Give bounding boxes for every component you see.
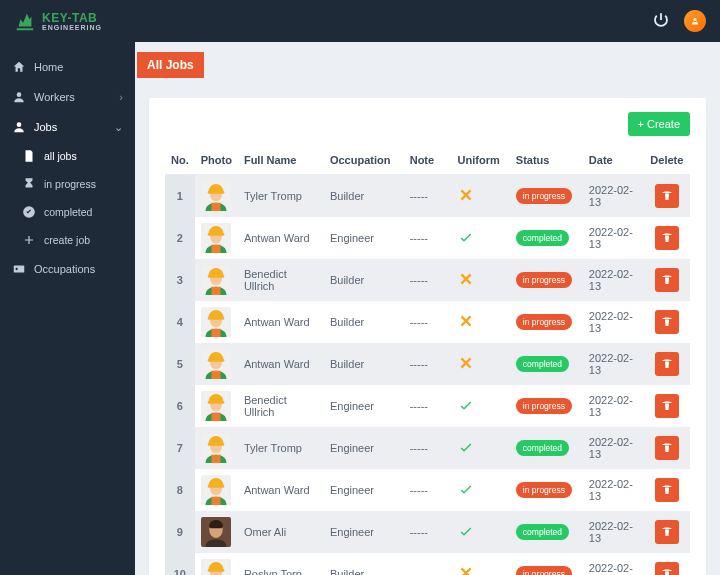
logo[interactable]: KEY-TAB ENGINEERING	[14, 10, 102, 32]
row-note: -----	[404, 259, 452, 301]
nav-create-job[interactable]: create job	[10, 226, 135, 254]
row-date: 2022-02-13	[583, 301, 644, 343]
row-uniform	[452, 469, 510, 511]
table-row: 5Antwan WardBuilder-----completed2022-02…	[165, 343, 690, 385]
user-avatar[interactable]	[684, 10, 706, 32]
row-uniform	[452, 217, 510, 259]
delete-button[interactable]	[655, 436, 679, 460]
trash-icon	[661, 358, 673, 370]
row-status: in progress	[510, 259, 583, 301]
row-name: Tyler Tromp	[238, 427, 324, 469]
row-name: Benedict Ullrich	[238, 259, 324, 301]
row-number: 2	[165, 217, 195, 259]
trash-icon	[661, 568, 673, 575]
row-photo	[195, 511, 238, 553]
th-date: Date	[583, 146, 644, 175]
delete-button[interactable]	[655, 352, 679, 376]
topbar: KEY-TAB ENGINEERING	[0, 0, 720, 42]
row-occupation: Builder	[324, 343, 404, 385]
delete-button[interactable]	[655, 268, 679, 292]
jobs-table: No. Photo Full Name Occupation Note Unif…	[165, 146, 690, 575]
row-note: -----	[404, 553, 452, 575]
cross-icon	[458, 313, 474, 329]
delete-button[interactable]	[655, 394, 679, 418]
row-uniform	[452, 343, 510, 385]
table-row: 4Antwan WardBuilder-----in progress2022-…	[165, 301, 690, 343]
row-uniform	[452, 553, 510, 575]
nav-in-progress[interactable]: in progress	[10, 170, 135, 198]
th-occ: Occupation	[324, 146, 404, 175]
status-badge: in progress	[516, 398, 572, 414]
status-badge: in progress	[516, 482, 572, 498]
row-occupation: Engineer	[324, 511, 404, 553]
create-button[interactable]: + Create	[628, 112, 691, 136]
row-date: 2022-02-13	[583, 427, 644, 469]
create-button-label: + Create	[638, 118, 681, 130]
row-number: 10	[165, 553, 195, 575]
row-photo	[195, 343, 238, 385]
svg-rect-4	[14, 266, 25, 273]
trash-icon	[661, 400, 673, 412]
row-date: 2022-02-13	[583, 343, 644, 385]
row-uniform	[452, 385, 510, 427]
power-icon[interactable]	[652, 11, 670, 32]
nav-occupations[interactable]: Occupations	[0, 254, 135, 284]
row-photo	[195, 385, 238, 427]
row-photo	[195, 427, 238, 469]
delete-button[interactable]	[655, 310, 679, 334]
row-photo	[195, 217, 238, 259]
check-icon	[458, 229, 474, 245]
table-row: 7Tyler TrompEngineer-----completed2022-0…	[165, 427, 690, 469]
status-badge: in progress	[516, 272, 572, 288]
row-note: -----	[404, 343, 452, 385]
worker-avatar-icon	[201, 391, 231, 421]
status-badge: in progress	[516, 188, 572, 204]
row-status: completed	[510, 217, 583, 259]
row-name: Tyler Tromp	[238, 175, 324, 218]
nav-in-progress-label: in progress	[44, 178, 96, 190]
row-uniform	[452, 259, 510, 301]
table-row: 3Benedict UllrichBuilder-----in progress…	[165, 259, 690, 301]
delete-button[interactable]	[655, 520, 679, 544]
delete-button[interactable]	[655, 226, 679, 250]
delete-button[interactable]	[655, 184, 679, 208]
person-icon	[12, 90, 26, 104]
worker-avatar-icon	[201, 307, 231, 337]
delete-button[interactable]	[655, 562, 679, 575]
row-uniform	[452, 175, 510, 218]
row-status: completed	[510, 427, 583, 469]
status-badge: completed	[516, 356, 569, 372]
table-row: 1Tyler TrompBuilder-----in progress2022-…	[165, 175, 690, 218]
trash-icon	[661, 484, 673, 496]
row-uniform	[452, 427, 510, 469]
status-badge: in progress	[516, 314, 572, 330]
th-name: Full Name	[238, 146, 324, 175]
nav-home-label: Home	[34, 61, 63, 73]
check-icon	[458, 439, 474, 455]
delete-button[interactable]	[655, 478, 679, 502]
id-card-icon	[12, 262, 26, 276]
nav-completed[interactable]: completed	[10, 198, 135, 226]
th-uni: Uniform	[452, 146, 510, 175]
nav-all-jobs[interactable]: all jobs	[10, 142, 135, 170]
hourglass-icon	[22, 177, 36, 191]
row-photo	[195, 175, 238, 218]
nav-jobs-label: Jobs	[34, 121, 57, 133]
row-number: 6	[165, 385, 195, 427]
row-photo	[195, 553, 238, 575]
status-badge: completed	[516, 524, 569, 540]
nav-workers[interactable]: Workers ›	[0, 82, 135, 112]
nav-jobs[interactable]: Jobs ⌄	[0, 112, 135, 142]
trash-icon	[661, 442, 673, 454]
check-icon	[458, 397, 474, 413]
nav-completed-label: completed	[44, 206, 92, 218]
document-icon	[22, 149, 36, 163]
row-name: Antwan Ward	[238, 301, 324, 343]
cross-icon	[458, 187, 474, 203]
nav-home[interactable]: Home	[0, 52, 135, 82]
table-row: 9Omer AliEngineer-----completed2022-02-1…	[165, 511, 690, 553]
svg-point-5	[16, 268, 18, 270]
jobs-card: + Create No. Photo Full Name Occupation …	[149, 98, 706, 575]
nav-occupations-label: Occupations	[34, 263, 95, 275]
row-status: completed	[510, 343, 583, 385]
